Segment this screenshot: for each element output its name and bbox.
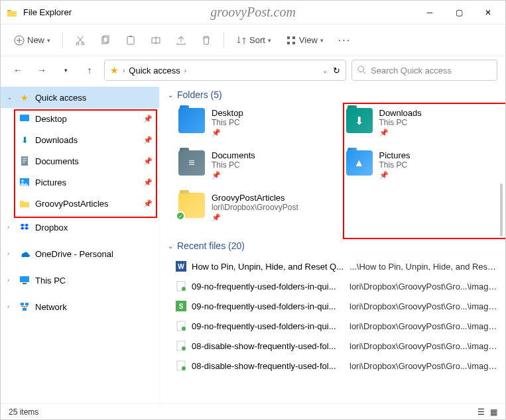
folder-icon (19, 198, 30, 209)
file-name: How to Pin, Unpin, Hide, and Reset Q... (192, 262, 344, 272)
pin-icon: 📌 (379, 171, 411, 180)
svg-text:W: W (178, 263, 184, 270)
file-name: 09-no-frequently-used-folders-in-qui... (192, 321, 344, 331)
file-icon: W (176, 261, 186, 272)
breadcrumb-label: Quick access (129, 66, 180, 76)
file-name: 09-no-frequently-used-folders-in-qui... (192, 301, 344, 311)
file-path: lori\Dropbox\GroovyPost\Gro...\images (349, 282, 497, 291)
recent-file-row[interactable]: 09-no-frequently-used-folders-in-qui... … (176, 276, 497, 296)
svg-text:S: S (179, 303, 184, 310)
chevron-down-icon[interactable]: ⌄ (322, 67, 328, 74)
sidebar-item-thispc[interactable]: › This PC (1, 270, 159, 291)
sidebar-item-groovypost[interactable]: GroovyPostArticles 📌 (1, 193, 159, 214)
svg-rect-21 (23, 308, 27, 311)
explorer-icon (6, 8, 18, 17)
svg-rect-18 (23, 283, 27, 284)
folder-item[interactable]: ▲ PicturesThis PC📌 (344, 148, 498, 187)
recent-file-row[interactable]: 09-no-frequently-used-folders-in-qui... … (176, 316, 497, 336)
delete-button[interactable] (196, 31, 217, 50)
document-icon (19, 156, 30, 166)
forward-button[interactable]: → (32, 61, 51, 79)
sidebar-item-dropbox[interactable]: › Dropbox (1, 217, 159, 238)
folder-item[interactable]: DesktopThis PC📌 (176, 105, 330, 145)
chevron-down-icon: ⌄ (168, 91, 173, 99)
scrollbar[interactable] (500, 184, 504, 369)
recent-dropdown[interactable]: ▾ (56, 61, 75, 79)
file-path: ...\How to Pin, Unpin, Hide, and Reset .… (349, 262, 497, 272)
pin-icon: 📌 (379, 129, 422, 137)
pin-icon: 📌 (143, 115, 153, 123)
folder-icon (178, 108, 205, 133)
navbar: ← → ▾ ↑ ★ › Quick access › ⌄ ↻ Search Qu… (1, 56, 505, 84)
sidebar-item-desktop[interactable]: Desktop 📌 (1, 108, 159, 129)
icons-view-button[interactable]: ▦ (490, 407, 497, 417)
svg-rect-6 (129, 36, 132, 37)
sidebar-item-documents[interactable]: Documents 📌 (1, 150, 159, 172)
refresh-button[interactable]: ↻ (333, 66, 340, 76)
sidebar: ⌄ ★ Quick access Desktop 📌 ⬇ Downloads 📌… (1, 84, 160, 403)
file-name: 09-no-frequently-used-folders-in-qui... (192, 282, 344, 291)
folder-icon: ✓ (178, 193, 205, 218)
recent-section-header[interactable]: ⌄ Recent files (20) (168, 240, 497, 251)
svg-rect-14 (21, 156, 28, 166)
folders-section-header[interactable]: ⌄ Folders (5) (168, 89, 497, 100)
details-view-button[interactable]: ☰ (477, 407, 485, 417)
new-button[interactable]: New ▾ (9, 31, 56, 50)
file-icon (176, 341, 186, 351)
file-name: 08-disable-show-frequently-used-fol... (192, 341, 344, 351)
share-button[interactable] (170, 31, 192, 50)
chevron-right-icon: › (184, 67, 186, 74)
chevron-down-icon: ⌄ (168, 242, 173, 250)
file-icon (176, 321, 186, 331)
search-input[interactable]: Search Quick access (351, 60, 497, 81)
svg-point-12 (358, 66, 364, 72)
folder-location: This PC (379, 160, 411, 170)
onedrive-icon (19, 248, 30, 259)
statusbar: 25 items ☰ ▦ (1, 403, 505, 419)
pin-icon: 📌 (212, 129, 243, 137)
copy-button[interactable] (95, 31, 116, 50)
more-button[interactable]: ··· (333, 30, 356, 50)
svg-point-33 (182, 366, 186, 370)
star-icon: ★ (110, 65, 119, 76)
recent-file-row[interactable]: 08-disable-show-frequently-used-fol... l… (176, 356, 497, 376)
cut-button[interactable] (70, 31, 91, 50)
svg-rect-5 (127, 36, 134, 44)
divider (223, 32, 224, 48)
pin-icon: 📌 (143, 178, 153, 187)
maximize-button[interactable]: ▢ (452, 8, 466, 17)
view-button[interactable]: View ▾ (281, 31, 329, 50)
folder-name: Pictures (379, 150, 411, 160)
folder-item[interactable]: ✓ GroovyPostArticleslori\Dropbox\GroovyP… (176, 190, 330, 230)
pc-icon (19, 275, 30, 286)
chevron-right-icon: › (7, 250, 14, 257)
back-button[interactable]: ← (9, 61, 27, 79)
pin-icon: 📌 (143, 199, 153, 208)
recent-file-row[interactable]: S 09-no-frequently-used-folders-in-qui..… (176, 296, 497, 316)
svg-rect-13 (20, 115, 29, 121)
chevron-right-icon: › (7, 224, 14, 231)
sidebar-quick-access[interactable]: ⌄ ★ Quick access (1, 87, 159, 108)
folder-location: This PC (212, 118, 243, 127)
rename-button[interactable] (145, 31, 166, 50)
desktop-icon (19, 113, 30, 124)
close-button[interactable]: ✕ (481, 8, 495, 17)
sidebar-item-downloads[interactable]: ⬇ Downloads 📌 (1, 129, 159, 150)
sidebar-item-pictures[interactable]: Pictures 📌 (1, 172, 159, 193)
toolbar: New ▾ Sort ▾ View ▾ ··· (1, 25, 505, 56)
sort-button[interactable]: Sort ▾ (231, 31, 277, 50)
folder-item[interactable]: ⬇ DownloadsThis PC📌 (344, 105, 498, 145)
breadcrumb[interactable]: ★ › Quick access › ⌄ ↻ (104, 60, 346, 81)
folder-item[interactable]: ≡ DocumentsThis PC📌 (176, 148, 330, 187)
download-icon: ⬇ (19, 134, 30, 145)
recent-file-row[interactable]: 08-disable-show-frequently-used-fol... l… (176, 336, 497, 356)
paste-button[interactable] (120, 31, 141, 50)
pin-icon: 📌 (143, 157, 153, 166)
svg-point-16 (22, 180, 24, 182)
recent-file-row[interactable]: W How to Pin, Unpin, Hide, and Reset Q..… (176, 256, 497, 276)
minimize-button[interactable]: ─ (423, 8, 436, 17)
sidebar-item-onedrive[interactable]: › OneDrive - Personal (1, 243, 159, 264)
file-icon (176, 360, 186, 371)
up-button[interactable]: ↑ (80, 61, 99, 79)
sidebar-item-network[interactable]: › Network (1, 296, 159, 317)
